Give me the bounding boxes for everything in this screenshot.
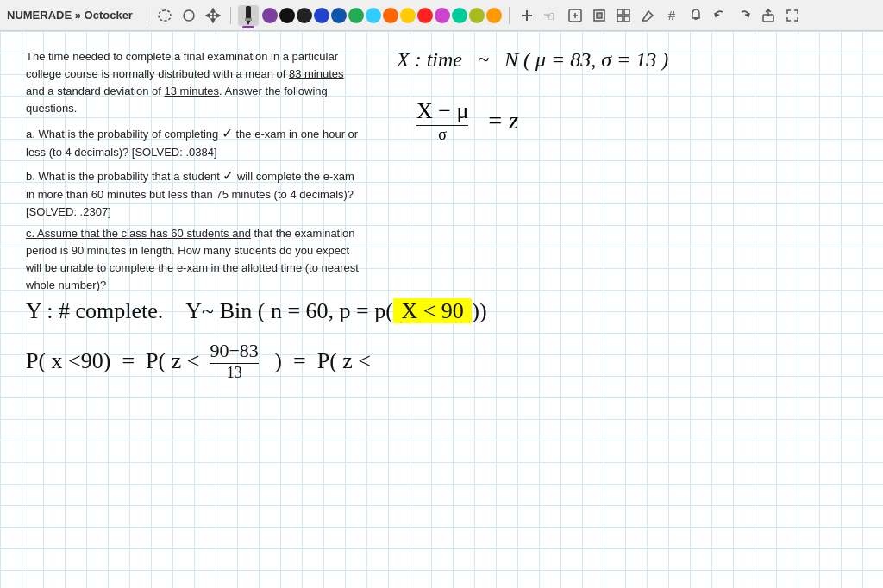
bell-tool[interactable]: [686, 5, 706, 26]
stddev-value: 13 minutes: [164, 84, 219, 97]
shape-tool[interactable]: [178, 5, 199, 26]
share-tool[interactable]: [758, 5, 779, 26]
question-c: c. Assume that the class has 60 students…: [26, 225, 362, 295]
move-tool[interactable]: [203, 5, 223, 26]
zscore-equals: = z: [486, 107, 518, 134]
text-panel: The time needed to complete a final exam…: [26, 48, 362, 294]
brand-label: NUMERADE » Octocker: [7, 9, 133, 22]
question-a: a. What is the probability of completing…: [26, 123, 362, 162]
toolbar-separator: [147, 7, 147, 24]
prob-fraction-container: 90−83 13: [210, 340, 258, 383]
svg-marker-3: [211, 9, 215, 12]
pen-color-red[interactable]: [417, 8, 433, 23]
highlighted-prob: X < 90: [393, 298, 472, 323]
svg-marker-6: [216, 14, 220, 17]
undo-tool[interactable]: [710, 5, 730, 26]
zscore-formula: X − μ σ = z: [414, 97, 871, 145]
grid-tool[interactable]: [613, 5, 634, 26]
pen-color-darkblue[interactable]: [314, 8, 329, 23]
pen-color-lime[interactable]: [469, 8, 485, 23]
redo-tool[interactable]: [734, 5, 755, 26]
prob-fraction-num: 90−83: [210, 340, 258, 364]
pen-color-purple2[interactable]: [435, 8, 450, 23]
normal-dist-equation: X : time ~ N ( μ = 83, σ = 13 ): [397, 48, 871, 72]
lasso-tool[interactable]: [154, 5, 175, 26]
canvas[interactable]: The time needed to complete a final exam…: [0, 31, 883, 588]
problem-description: The time needed to complete a final exam…: [26, 48, 362, 118]
hand-tool[interactable]: ☜: [541, 5, 561, 26]
pen-color-yellow[interactable]: [400, 8, 416, 23]
svg-rect-9: [245, 18, 252, 21]
pen-color-black2[interactable]: [297, 8, 312, 23]
pen-color-black1[interactable]: [279, 8, 295, 23]
pen-color-cyan[interactable]: [366, 8, 381, 23]
pen-color-orange[interactable]: [383, 8, 398, 23]
pen-color-palette: [262, 8, 502, 23]
pen-color-green[interactable]: [348, 8, 364, 23]
add-tool[interactable]: [517, 5, 537, 26]
svg-point-0: [184, 10, 194, 21]
svg-rect-17: [597, 13, 602, 18]
hashtag-tool[interactable]: #: [661, 5, 682, 26]
svg-rect-18: [617, 9, 623, 15]
y-define: Y : # complete.: [26, 298, 163, 324]
mean-value: 83 minutes: [289, 67, 344, 80]
zscore-numerator: X − μ: [416, 97, 468, 126]
pen-color-blue[interactable]: [331, 8, 347, 23]
prob-rhs: ) = P( z <: [269, 348, 371, 374]
question-b: b. What is the probability that a studen…: [26, 166, 362, 222]
active-pen-indicator[interactable]: [238, 5, 259, 26]
eraser-tool[interactable]: [637, 5, 658, 26]
svg-rect-20: [617, 16, 623, 22]
pen-color-teal[interactable]: [452, 8, 467, 23]
svg-rect-7: [246, 6, 251, 20]
toolbar: NUMERADE » Octocker: [0, 0, 883, 31]
zscore-fraction: X − μ σ: [416, 97, 468, 145]
probability-line: P( x <90) = P( z < 90−83 13 ) = P( z <: [26, 340, 854, 383]
lower-math-area: Y : # complete. Y~ Bin ( n = 60, p = p( …: [26, 298, 854, 398]
pen-color-amber[interactable]: [486, 8, 502, 23]
expand-tool[interactable]: [782, 5, 803, 26]
svg-marker-5: [206, 14, 210, 17]
svg-rect-21: [624, 16, 629, 22]
prob-fraction-den: 13: [227, 364, 242, 383]
math-upper-area: X : time ~ N ( μ = 83, σ = 13 ) X − μ σ …: [388, 48, 871, 145]
main-area: The time needed to complete a final exam…: [0, 31, 883, 588]
pen-color-purple[interactable]: [262, 8, 278, 23]
p-value: p(: [374, 298, 393, 323]
question-c-underline: c. Assume that the class has 60 students…: [26, 227, 251, 240]
binomial-dist-line: Y : # complete. Y~ Bin ( n = 60, p = p( …: [26, 298, 854, 324]
svg-marker-4: [211, 19, 215, 22]
zscore-denominator: σ: [438, 126, 447, 145]
toolbar-separator2: [230, 7, 231, 24]
zoom-tool[interactable]: [565, 5, 586, 26]
binomial-notation: Y~ Bin ( n = 60, p = p( X < 90 )): [185, 298, 486, 324]
p-close: )): [472, 298, 486, 323]
svg-rect-19: [624, 9, 629, 15]
prob-lhs: P( x <90) = P( z <: [26, 348, 199, 374]
toolbar-separator3: [509, 7, 510, 24]
svg-text:☜: ☜: [543, 9, 554, 23]
frame-tool[interactable]: [589, 5, 610, 26]
